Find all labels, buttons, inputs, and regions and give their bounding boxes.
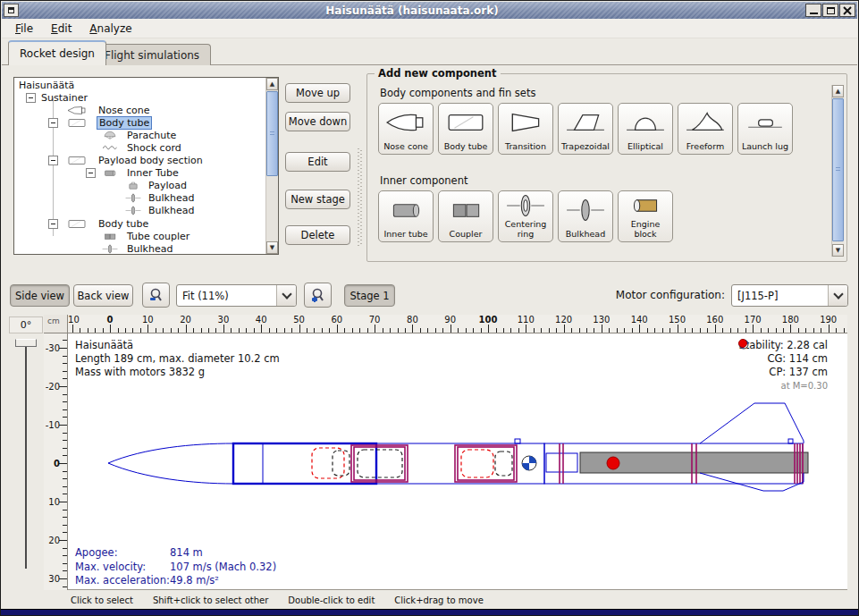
zoom-in-button[interactable]: [304, 283, 332, 308]
component-tree[interactable]: HaisunäätäSustainerNose coneBody tubePar…: [13, 77, 279, 255]
tree-item-label[interactable]: Parachute: [125, 130, 178, 141]
zoom-out-button[interactable]: [142, 283, 170, 308]
ruler-tick: [110, 325, 111, 333]
tree-item-label[interactable]: Bulkhead: [147, 192, 196, 204]
tree-scrollbar-thumb[interactable]: [266, 91, 278, 176]
motor-configuration-select[interactable]: [J115-P]: [731, 284, 848, 307]
side-view-button[interactable]: Side view: [10, 284, 70, 307]
add-nose-cone-button[interactable]: Nose cone: [378, 103, 434, 155]
bulkhead-icon: [124, 206, 142, 215]
tree-item-label[interactable]: Tube coupler: [125, 231, 191, 242]
add-launch-lug-button[interactable]: Launch lug: [737, 103, 793, 155]
tab-rocket-design[interactable]: Rocket design: [8, 40, 106, 65]
nose-cone-outline[interactable]: [108, 443, 233, 463]
stage-1-toggle[interactable]: Stage 1: [344, 284, 395, 307]
tree-item-bulkhead[interactable]: Bulkhead: [14, 192, 265, 205]
add-trapezoidal-button[interactable]: Trapezoidal: [558, 103, 613, 155]
new-stage-button[interactable]: New stage: [285, 190, 350, 209]
tree-item-label[interactable]: Shock cord: [125, 142, 183, 154]
menu-analyze[interactable]: Analyze: [81, 21, 139, 37]
scroll-up-icon[interactable]: ▲: [832, 85, 844, 97]
tree-item-label[interactable]: Sustainer: [39, 92, 89, 104]
ruler-tick: [118, 328, 119, 333]
scroll-up-icon[interactable]: ▲: [266, 78, 278, 90]
parachute-outline[interactable]: [312, 448, 344, 478]
tree-item-sustainer[interactable]: Sustainer: [14, 91, 265, 104]
delete-button[interactable]: Delete: [285, 225, 350, 245]
rotation-slider[interactable]: [25, 341, 27, 569]
add-bulkhead-button[interactable]: Bulkhead: [558, 190, 613, 242]
payload-outline[interactable]: [495, 451, 512, 476]
ruler-label: 40: [256, 315, 267, 325]
add-transition-button[interactable]: Transition: [498, 103, 553, 155]
component-scrollbar[interactable]: ▲ ▼: [831, 85, 844, 257]
tree-item-inner-tube[interactable]: Inner Tube: [14, 167, 265, 180]
tree-item-label[interactable]: Haisunäätä: [17, 80, 76, 91]
tree-item-label[interactable]: Body tube: [97, 218, 150, 230]
payload-outline[interactable]: [461, 450, 493, 477]
tree-item-label[interactable]: Nose cone: [97, 105, 151, 116]
nose-cone-outline[interactable]: [108, 463, 233, 484]
scroll-down-icon[interactable]: ▼: [832, 244, 844, 257]
move-up-button[interactable]: Move up: [285, 83, 350, 103]
add-engine-block-button[interactable]: Engine block: [618, 190, 673, 242]
shock-cord-outline[interactable]: [358, 450, 402, 477]
tree-item-label[interactable]: Payload body section: [97, 155, 205, 166]
tree-item-tube-coupler[interactable]: Tube coupler: [14, 230, 265, 242]
add-body-tube-button[interactable]: Body tube: [438, 103, 493, 155]
tree-item-label[interactable]: Body tube: [97, 116, 152, 130]
tree-collapse-icon[interactable]: [86, 168, 96, 178]
menu-file[interactable]: File: [7, 21, 41, 37]
component-scrollbar-thumb[interactable]: [832, 98, 844, 241]
edit-button[interactable]: Edit: [285, 152, 350, 172]
zoom-level-value: Fit (11%): [177, 290, 276, 302]
tree-item-payload[interactable]: Payload: [14, 180, 265, 192]
payload-body-section[interactable]: [376, 443, 544, 484]
close-button[interactable]: [839, 4, 855, 17]
back-view-button[interactable]: Back view: [73, 284, 133, 307]
add-centering-ring-button[interactable]: Centering ring: [498, 190, 553, 242]
transition-icon: [505, 104, 546, 142]
tree-item-body-tube[interactable]: Body tube: [14, 116, 265, 129]
add-inner-tube-button[interactable]: Inner tube: [378, 190, 434, 242]
rocket-canvas[interactable]: Haisunäätä Length 189 cm, max. diameter …: [68, 333, 847, 590]
motor-mount-tube[interactable]: [546, 453, 577, 472]
tree-item-parachute[interactable]: Parachute: [14, 129, 265, 141]
add-elliptical-button[interactable]: Elliptical: [618, 103, 673, 155]
tree-item-payload-body-section[interactable]: Payload body section: [14, 155, 265, 167]
menu-edit[interactable]: Edit: [43, 21, 80, 37]
tree-item-label[interactable]: Payload: [147, 180, 189, 191]
tree-item-label[interactable]: Bulkhead: [147, 205, 196, 216]
tree-collapse-icon[interactable]: [26, 93, 36, 103]
tree-item-shock-cord[interactable]: Shock cord: [14, 141, 265, 154]
launch-lug[interactable]: [515, 439, 520, 443]
rocket-info: Haisunäätä Length 189 cm, max. diameter …: [75, 339, 280, 379]
panel-splitter[interactable]: [358, 148, 363, 247]
move-down-button[interactable]: Move down: [285, 112, 350, 131]
tree-collapse-icon[interactable]: [48, 118, 58, 128]
launch-lug[interactable]: [788, 439, 793, 443]
scroll-down-icon[interactable]: ▼: [266, 241, 278, 254]
fin-bottom[interactable]: [700, 473, 804, 491]
maximize-button[interactable]: [822, 4, 838, 17]
zoom-level-select[interactable]: Fit (11%): [176, 284, 297, 307]
add-freeform-button[interactable]: Freeform: [678, 103, 733, 155]
tree-item-body-tube[interactable]: Body tube: [14, 217, 265, 230]
shock-cord-outline[interactable]: [333, 451, 349, 476]
tree-scrollbar[interactable]: ▲ ▼: [265, 78, 278, 254]
tree-collapse-icon[interactable]: [48, 156, 58, 165]
fin-top[interactable]: [700, 403, 804, 443]
tree-collapse-icon[interactable]: [48, 219, 58, 229]
rotation-slider-handle[interactable]: [15, 339, 37, 347]
tree-item-label[interactable]: Inner Tube: [125, 167, 181, 179]
tree-item-bulkhead[interactable]: Bulkhead: [14, 242, 265, 255]
window-menu-button[interactable]: [4, 4, 19, 17]
tree-item-nose-cone[interactable]: Nose cone: [14, 104, 265, 116]
add-coupler-button[interactable]: Coupler: [438, 190, 493, 242]
minimize-button[interactable]: [805, 4, 821, 17]
selected-body-tube[interactable]: [233, 443, 376, 484]
tab-flight-simulations[interactable]: Flight simulations: [93, 44, 211, 65]
tree-item-haisunäätä[interactable]: Haisunäätä: [14, 79, 265, 91]
tree-item-label[interactable]: Bulkhead: [125, 243, 174, 255]
tree-item-bulkhead[interactable]: Bulkhead: [14, 205, 265, 217]
